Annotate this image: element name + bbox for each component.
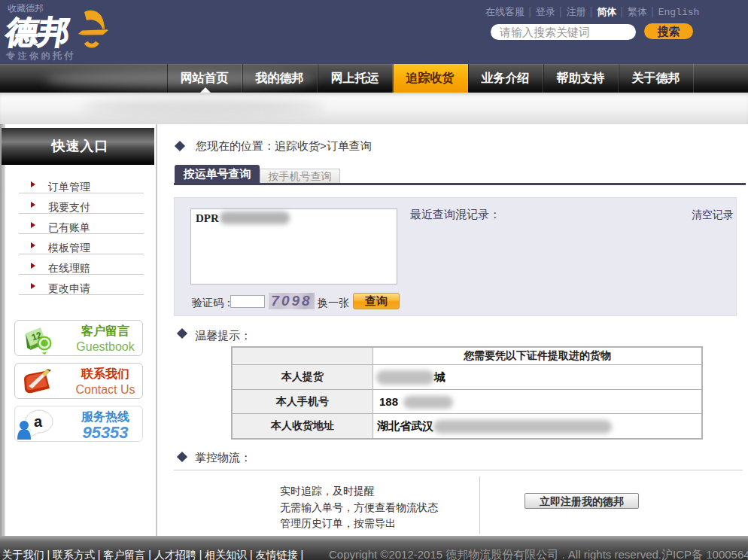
svg-text:a: a bbox=[34, 413, 43, 430]
